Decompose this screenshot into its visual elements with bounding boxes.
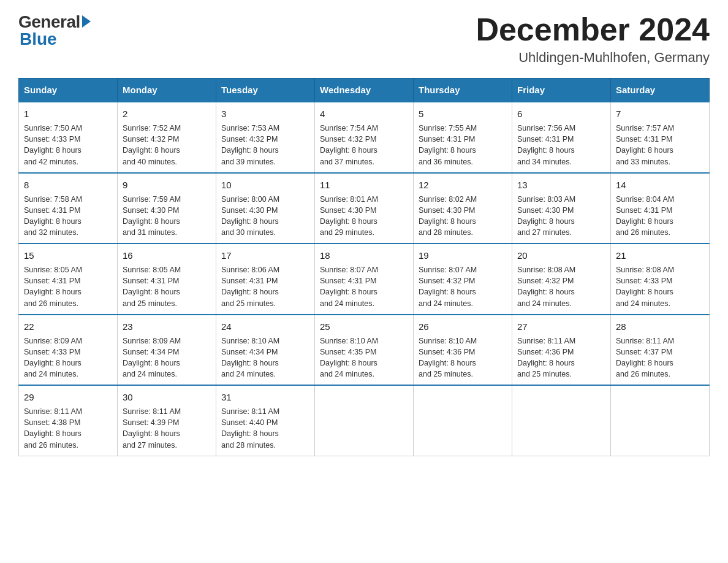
day-info: Sunrise: 8:10 AMSunset: 4:36 PMDaylight:… bbox=[419, 335, 507, 380]
calendar-cell: 14 Sunrise: 8:04 AMSunset: 4:31 PMDaylig… bbox=[611, 173, 710, 244]
day-info: Sunrise: 7:57 AMSunset: 4:31 PMDaylight:… bbox=[616, 123, 704, 167]
day-number: 20 bbox=[517, 249, 605, 262]
header-day-friday: Friday bbox=[512, 79, 611, 102]
day-number: 19 bbox=[419, 249, 507, 262]
calendar-cell bbox=[414, 385, 512, 456]
day-info: Sunrise: 8:08 AMSunset: 4:32 PMDaylight:… bbox=[517, 264, 605, 309]
calendar-cell: 26 Sunrise: 8:10 AMSunset: 4:36 PMDaylig… bbox=[414, 315, 512, 386]
day-info: Sunrise: 8:11 AMSunset: 4:37 PMDaylight:… bbox=[616, 335, 704, 380]
day-number: 22 bbox=[24, 320, 112, 333]
day-number: 31 bbox=[221, 391, 309, 404]
calendar-cell bbox=[315, 385, 414, 456]
header-day-sunday: Sunday bbox=[19, 79, 118, 102]
calendar-cell: 29 Sunrise: 8:11 AMSunset: 4:38 PMDaylig… bbox=[19, 385, 118, 456]
header-day-monday: Monday bbox=[118, 79, 216, 102]
day-number: 29 bbox=[24, 391, 112, 404]
day-number: 5 bbox=[419, 107, 507, 120]
calendar-cell bbox=[611, 385, 710, 456]
calendar-cell: 15 Sunrise: 8:05 AMSunset: 4:31 PMDaylig… bbox=[19, 243, 118, 315]
calendar-cell: 30 Sunrise: 8:11 AMSunset: 4:39 PMDaylig… bbox=[118, 385, 216, 456]
day-number: 6 bbox=[517, 107, 605, 120]
header-day-thursday: Thursday bbox=[414, 79, 512, 102]
day-info: Sunrise: 7:52 AMSunset: 4:32 PMDaylight:… bbox=[123, 123, 211, 167]
day-info: Sunrise: 8:08 AMSunset: 4:33 PMDaylight:… bbox=[616, 264, 704, 309]
location-title: Uhldingen-Muhlhofen, Germany bbox=[476, 50, 710, 66]
calendar-cell: 18 Sunrise: 8:07 AMSunset: 4:31 PMDaylig… bbox=[315, 243, 414, 315]
day-info: Sunrise: 8:04 AMSunset: 4:31 PMDaylight:… bbox=[616, 194, 704, 239]
day-number: 26 bbox=[419, 320, 507, 333]
page-header: General Blue December 2024 Uhldingen-Muh… bbox=[18, 12, 710, 66]
calendar-cell: 28 Sunrise: 8:11 AMSunset: 4:37 PMDaylig… bbox=[611, 315, 710, 386]
day-info: Sunrise: 7:53 AMSunset: 4:32 PMDaylight:… bbox=[221, 123, 309, 167]
day-number: 10 bbox=[221, 178, 309, 191]
day-number: 25 bbox=[320, 320, 408, 333]
calendar-cell: 5 Sunrise: 7:55 AMSunset: 4:31 PMDayligh… bbox=[414, 102, 512, 173]
day-info: Sunrise: 7:54 AMSunset: 4:32 PMDaylight:… bbox=[320, 123, 408, 167]
day-info: Sunrise: 8:00 AMSunset: 4:30 PMDaylight:… bbox=[221, 194, 309, 239]
header-row: SundayMondayTuesdayWednesdayThursdayFrid… bbox=[19, 79, 710, 102]
day-number: 17 bbox=[221, 249, 309, 262]
day-number: 1 bbox=[24, 107, 112, 120]
day-info: Sunrise: 8:09 AMSunset: 4:33 PMDaylight:… bbox=[24, 335, 112, 380]
day-number: 8 bbox=[24, 178, 112, 191]
calendar-cell: 11 Sunrise: 8:01 AMSunset: 4:30 PMDaylig… bbox=[315, 173, 414, 244]
calendar-cell bbox=[512, 385, 611, 456]
calendar-cell: 20 Sunrise: 8:08 AMSunset: 4:32 PMDaylig… bbox=[512, 243, 611, 315]
day-info: Sunrise: 7:55 AMSunset: 4:31 PMDaylight:… bbox=[419, 123, 507, 167]
day-info: Sunrise: 8:10 AMSunset: 4:34 PMDaylight:… bbox=[221, 335, 309, 380]
day-number: 4 bbox=[320, 107, 408, 120]
logo: General Blue bbox=[18, 12, 91, 49]
day-number: 30 bbox=[123, 391, 211, 404]
calendar-cell: 21 Sunrise: 8:08 AMSunset: 4:33 PMDaylig… bbox=[611, 243, 710, 315]
day-info: Sunrise: 8:11 AMSunset: 4:39 PMDaylight:… bbox=[123, 406, 211, 451]
week-row-1: 1 Sunrise: 7:50 AMSunset: 4:33 PMDayligh… bbox=[19, 102, 710, 173]
calendar-cell: 23 Sunrise: 8:09 AMSunset: 4:34 PMDaylig… bbox=[118, 315, 216, 386]
calendar-cell: 12 Sunrise: 8:02 AMSunset: 4:30 PMDaylig… bbox=[414, 173, 512, 244]
day-info: Sunrise: 8:05 AMSunset: 4:31 PMDaylight:… bbox=[24, 264, 112, 309]
calendar-cell: 27 Sunrise: 8:11 AMSunset: 4:36 PMDaylig… bbox=[512, 315, 611, 386]
day-info: Sunrise: 7:56 AMSunset: 4:31 PMDaylight:… bbox=[517, 123, 605, 167]
calendar-cell: 9 Sunrise: 7:59 AMSunset: 4:30 PMDayligh… bbox=[118, 173, 216, 244]
week-row-3: 15 Sunrise: 8:05 AMSunset: 4:31 PMDaylig… bbox=[19, 243, 710, 315]
calendar-cell: 10 Sunrise: 8:00 AMSunset: 4:30 PMDaylig… bbox=[216, 173, 315, 244]
calendar-cell: 7 Sunrise: 7:57 AMSunset: 4:31 PMDayligh… bbox=[611, 102, 710, 173]
day-info: Sunrise: 8:11 AMSunset: 4:38 PMDaylight:… bbox=[24, 406, 112, 451]
week-row-4: 22 Sunrise: 8:09 AMSunset: 4:33 PMDaylig… bbox=[19, 315, 710, 386]
day-info: Sunrise: 8:03 AMSunset: 4:30 PMDaylight:… bbox=[517, 194, 605, 239]
header-day-saturday: Saturday bbox=[611, 79, 710, 102]
calendar-table: SundayMondayTuesdayWednesdayThursdayFrid… bbox=[18, 78, 710, 456]
day-number: 15 bbox=[24, 249, 112, 262]
calendar-cell: 17 Sunrise: 8:06 AMSunset: 4:31 PMDaylig… bbox=[216, 243, 315, 315]
day-number: 7 bbox=[616, 107, 704, 120]
day-info: Sunrise: 8:09 AMSunset: 4:34 PMDaylight:… bbox=[123, 335, 211, 380]
day-number: 27 bbox=[517, 320, 605, 333]
day-number: 18 bbox=[320, 249, 408, 262]
calendar-cell: 24 Sunrise: 8:10 AMSunset: 4:34 PMDaylig… bbox=[216, 315, 315, 386]
header-day-tuesday: Tuesday bbox=[216, 79, 315, 102]
calendar-cell: 8 Sunrise: 7:58 AMSunset: 4:31 PMDayligh… bbox=[19, 173, 118, 244]
day-info: Sunrise: 8:06 AMSunset: 4:31 PMDaylight:… bbox=[221, 264, 309, 309]
calendar-cell: 16 Sunrise: 8:05 AMSunset: 4:31 PMDaylig… bbox=[118, 243, 216, 315]
day-number: 16 bbox=[123, 249, 211, 262]
day-info: Sunrise: 8:05 AMSunset: 4:31 PMDaylight:… bbox=[123, 264, 211, 309]
calendar-cell: 6 Sunrise: 7:56 AMSunset: 4:31 PMDayligh… bbox=[512, 102, 611, 173]
day-info: Sunrise: 8:11 AMSunset: 4:40 PMDaylight:… bbox=[221, 406, 309, 451]
header-day-wednesday: Wednesday bbox=[315, 79, 414, 102]
day-number: 21 bbox=[616, 249, 704, 262]
logo-blue-text: Blue bbox=[18, 29, 57, 49]
day-number: 14 bbox=[616, 178, 704, 191]
calendar-cell: 19 Sunrise: 8:07 AMSunset: 4:32 PMDaylig… bbox=[414, 243, 512, 315]
day-number: 28 bbox=[616, 320, 704, 333]
month-title: December 2024 bbox=[476, 12, 710, 47]
calendar-cell: 25 Sunrise: 8:10 AMSunset: 4:35 PMDaylig… bbox=[315, 315, 414, 386]
day-number: 12 bbox=[419, 178, 507, 191]
day-info: Sunrise: 8:07 AMSunset: 4:32 PMDaylight:… bbox=[419, 264, 507, 309]
day-number: 9 bbox=[123, 178, 211, 191]
logo-arrow-icon bbox=[82, 15, 91, 28]
calendar-cell: 22 Sunrise: 8:09 AMSunset: 4:33 PMDaylig… bbox=[19, 315, 118, 386]
day-info: Sunrise: 8:11 AMSunset: 4:36 PMDaylight:… bbox=[517, 335, 605, 380]
day-number: 11 bbox=[320, 178, 408, 191]
day-info: Sunrise: 7:59 AMSunset: 4:30 PMDaylight:… bbox=[123, 194, 211, 239]
day-info: Sunrise: 8:02 AMSunset: 4:30 PMDaylight:… bbox=[419, 194, 507, 239]
day-info: Sunrise: 7:58 AMSunset: 4:31 PMDaylight:… bbox=[24, 194, 112, 239]
